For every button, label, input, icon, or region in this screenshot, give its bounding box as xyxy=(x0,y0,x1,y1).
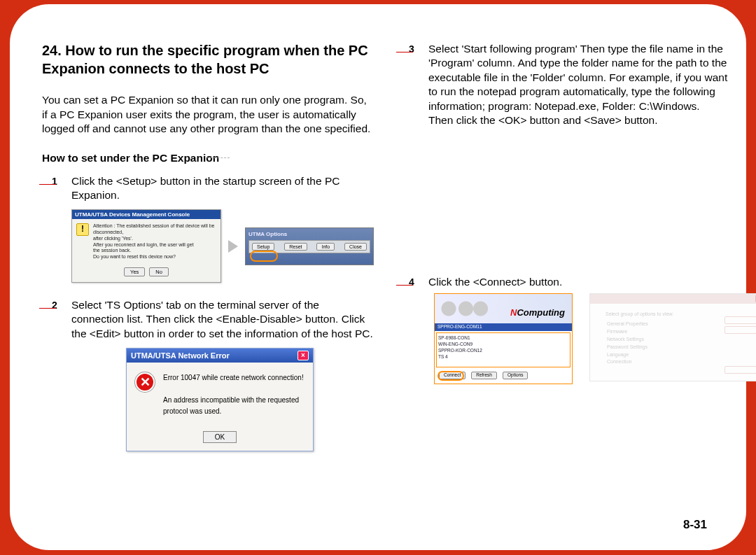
step-number-rule xyxy=(396,52,413,52)
close-button[interactable]: Close xyxy=(344,243,367,251)
step-2: 2 Select 'TS Options' tab on the termina… xyxy=(42,298,374,341)
dialog-title: UTMA/UTSA Devices Management Console xyxy=(72,210,220,219)
close-icon[interactable]: × xyxy=(298,351,309,360)
no-button[interactable]: No xyxy=(149,267,169,276)
step-number: 1 xyxy=(52,175,57,188)
left-column: 24. How to run the specific program when… xyxy=(42,42,374,531)
right-column: 3 Select 'Start following program' Then … xyxy=(399,42,735,531)
connect-button[interactable]: Connect xyxy=(439,372,465,379)
faded-menu: General Properties Firmware Network Sett… xyxy=(607,321,648,366)
menu-item[interactable]: Network Settings xyxy=(607,336,648,344)
yes-button[interactable]: Yes xyxy=(124,267,145,276)
list-item[interactable]: SP-6988-CON1 xyxy=(438,335,568,341)
intro-paragraph: You can set a PC Expanion so that it can… xyxy=(42,93,374,136)
step4-screenshots: NComputing SPPRO-ENG-COM11 SP-6988-CON1 … xyxy=(434,293,756,384)
faded-titlebar xyxy=(590,294,756,304)
faded-button[interactable] xyxy=(724,366,756,374)
menu-item[interactable]: Password Settings xyxy=(607,344,648,351)
connection-list-window: NComputing SPPRO-ENG-COM11 SP-6988-CON1 … xyxy=(434,293,573,384)
panel-button-row: Setup Reset Info Close xyxy=(248,240,370,253)
dlg1-line: Do you want to reset this device now? xyxy=(93,254,216,260)
step-number-wrap: 3 xyxy=(399,42,420,128)
step-4-text: Click the <Connect> button. xyxy=(428,275,756,289)
step-4-body: Click the <Connect> button. NComputing S… xyxy=(428,275,756,384)
options-dialog-faded: Select group of options to view: General… xyxy=(589,293,756,381)
menu-item[interactable]: Connection xyxy=(607,358,648,366)
list-item[interactable]: TS 4 xyxy=(438,353,568,360)
step-number-wrap: 1 xyxy=(42,174,63,203)
sub-heading-text: How to set under the PC Expanion xyxy=(42,152,219,164)
error-title: UTMA/UTSA Network Error xyxy=(131,351,230,360)
section-title: 24. How to run the specific program when… xyxy=(42,42,374,78)
error-ok-row: OK xyxy=(127,424,313,451)
error-message: Error 10047 while create network connect… xyxy=(163,372,304,417)
step-2-text: Select 'TS Options' tab on the terminal … xyxy=(71,298,374,341)
step-number: 2 xyxy=(52,299,57,311)
dlg1-line: after clicking 'Yes'. xyxy=(93,236,216,242)
step1-screenshots: UTMA/UTSA Devices Management Console Att… xyxy=(71,209,374,283)
info-button[interactable]: Info xyxy=(316,243,335,251)
menu-item[interactable]: General Properties xyxy=(607,321,648,328)
step-number-rule xyxy=(396,285,413,286)
step-number: 3 xyxy=(409,43,414,55)
reset-confirm-dialog: UTMA/UTSA Devices Management Console Att… xyxy=(71,209,221,283)
faded-button[interactable] xyxy=(724,326,756,334)
options-button[interactable]: Options xyxy=(503,372,528,379)
menu-item[interactable]: Firmware xyxy=(607,328,648,336)
error-line: An address incompatible with the request… xyxy=(163,395,304,417)
list-item[interactable]: SPPRO-KOR-CON12 xyxy=(438,347,568,353)
utma-options-panel: UTMA Options Setup Reset Info Close xyxy=(245,227,374,265)
list-header: SPPRO-ENG-COM11 xyxy=(435,323,572,331)
panel-caption: UTMA Options xyxy=(248,231,370,237)
step-number-rule xyxy=(39,308,56,309)
page-number: 8-31 xyxy=(683,518,707,532)
error-line: Error 10047 while create network connect… xyxy=(163,372,304,384)
dlg1-line: the session back. xyxy=(93,248,216,254)
dlg1-line: Attention : The established session of t… xyxy=(93,223,216,236)
sub-heading: How to set under the PC Expanion xyxy=(42,152,374,164)
ok-button[interactable]: OK xyxy=(203,431,237,443)
step-number-wrap: 4 xyxy=(399,275,420,384)
step-4: 4 Click the <Connect> button. NComputing… xyxy=(399,275,735,384)
brand-banner: NComputing xyxy=(435,294,572,323)
dialog-buttons: Yes No xyxy=(72,263,220,282)
button-row: Connect Refresh Options xyxy=(435,369,572,384)
setup-button[interactable]: Setup xyxy=(252,243,274,251)
brand-logo: NComputing xyxy=(510,307,565,318)
brand-logo-rest: Computing xyxy=(517,307,565,318)
manual-page: 24. How to run the specific program when… xyxy=(10,4,746,550)
arrow-icon xyxy=(228,240,238,253)
menu-item[interactable]: Language xyxy=(607,351,648,359)
faded-button[interactable] xyxy=(724,316,756,324)
step-3-text: Select 'Start following program' Then ty… xyxy=(428,42,735,128)
brand-logo-n: N xyxy=(510,307,517,318)
warning-icon xyxy=(76,223,89,236)
error-icon: ✕ xyxy=(135,372,155,392)
reset-button[interactable]: Reset xyxy=(284,243,307,251)
spacer xyxy=(399,135,735,275)
dialog-body: Attention : The established session of t… xyxy=(72,219,220,263)
error-titlebar: UTMA/UTSA Network Error × xyxy=(127,349,313,363)
step-number-rule xyxy=(39,184,56,185)
step-1: 1 Click the <Setup> button in the startu… xyxy=(42,174,374,203)
network-error-dialog: UTMA/UTSA Network Error × ✕ Error 10047 … xyxy=(126,348,314,451)
step-1-text: Click the <Setup> button in the startup … xyxy=(71,174,374,203)
step-number: 4 xyxy=(409,276,414,288)
faded-hint: Select group of options to view: xyxy=(606,311,673,317)
dialog-message: Attention : The established session of t… xyxy=(93,223,216,260)
step-3: 3 Select 'Start following program' Then … xyxy=(399,42,735,128)
refresh-button[interactable]: Refresh xyxy=(471,372,497,379)
dlg1-line: After you reconnect and login, the user … xyxy=(93,242,216,248)
error-body: ✕ Error 10047 while create network conne… xyxy=(127,363,313,424)
step-number-wrap: 2 xyxy=(42,298,63,341)
server-list: SP-6988-CON1 WIN-ENG-CON9 SPPRO-KOR-CON1… xyxy=(436,332,570,367)
decorative-dash xyxy=(207,157,230,158)
list-item[interactable]: WIN-ENG-CON9 xyxy=(438,341,568,347)
